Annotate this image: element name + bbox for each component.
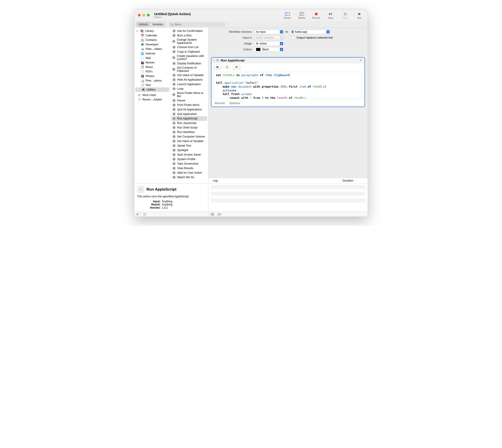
action-item[interactable]: Watch Me Do [171,175,208,179]
smart-folder-item[interactable]: ⚙︎Most Used [134,93,170,97]
log-col-duration[interactable]: Duration [341,178,368,183]
smart-folder-item[interactable]: ⏱Recen…Added [134,97,170,102]
action-item[interactable]: Copy to Clipboard [171,49,208,54]
list-view-button[interactable] [211,213,214,216]
run-script-button[interactable] [214,64,221,70]
step-toolbar-button[interactable]: Step [326,12,335,19]
in-app-select[interactable]: Safari.app [290,30,330,34]
action-label: Watch Me Do [177,176,194,179]
action-card-header[interactable]: ▾ Run AppleScript ✕ [211,58,364,63]
log-header: Log Duration [208,178,368,184]
action-item[interactable]: Choose from List [171,45,208,49]
image-select[interactable]: ⚙︎Action [254,41,284,46]
record-toolbar-button[interactable]: Record [312,12,321,19]
category-item[interactable]: 🖼Photos [134,74,170,78]
options-tab[interactable]: Options [229,102,240,105]
svg-rect-19 [218,213,221,214]
chevron-down-icon[interactable]: ▾ [213,59,214,62]
action-item[interactable]: Display Notification [171,61,208,66]
workflow-picker-button[interactable]: ◫ [143,212,146,216]
action-item[interactable]: Run Workflow [171,130,208,134]
action-item[interactable]: Take Screenshot [171,161,208,166]
action-label: Pause [177,99,185,102]
log-col-log[interactable]: Log [208,178,341,183]
segment-actions[interactable]: Actions [137,22,150,27]
segment-variables[interactable]: Variables [150,22,165,27]
action-item[interactable]: System Profile [171,157,208,161]
action-card-run-applescript[interactable]: ▾ Run AppleScript ✕ set theURLs to parag… [211,57,365,107]
action-item[interactable]: Change System Appearance [171,38,208,45]
category-list[interactable]: ▾ 📚 Library 📅Calendar📇Contacts🛠Developer… [134,28,171,183]
category-item[interactable]: ✉️Mail [134,56,170,60]
category-item[interactable]: 🛠Utilities [135,87,169,92]
action-item[interactable]: Ask for Confirmation [171,29,208,33]
action-item[interactable]: Hide All Applications [171,78,208,82]
results-tab[interactable]: Results [215,102,225,105]
media-toolbar-button[interactable]: Media [297,12,306,19]
action-label: View Results [177,167,193,170]
action-label: Run JavaScript [177,122,196,125]
action-item[interactable]: Burn a Disc [171,33,208,38]
stop-icon [343,12,348,16]
action-item[interactable]: Spotlight [171,148,208,152]
script-editor[interactable]: set theURLs to paragraphs of (the clipbo… [214,72,362,99]
search-input[interactable] [169,22,225,27]
category-item[interactable]: 🌐Internet [134,51,170,56]
action-item[interactable]: Start Screen Saver [171,152,208,157]
action-item[interactable]: Quit All Applications [171,107,208,112]
minimize-window-button[interactable] [142,14,145,16]
zoom-window-button[interactable] [147,14,150,16]
category-item[interactable]: 🎬Movies [134,60,170,65]
smart-folder-label: Most Used [142,94,156,97]
action-item[interactable]: Set Value of Variable [171,139,208,144]
action-item[interactable]: Loop [171,86,208,91]
category-label: Internet [146,52,155,55]
action-item[interactable]: Print Finder Items [171,103,208,107]
flow-view-button[interactable] [217,213,221,216]
action-item[interactable]: Create equations with LaTeXiT [171,54,208,61]
svg-rect-18 [212,215,214,215]
stop-toolbar-button[interactable]: Stop [341,12,350,19]
library-root[interactable]: ▾ 📚 Library [134,29,170,33]
workflow-canvas[interactable]: ▾ Run AppleScript ✕ set theURLs to parag… [208,55,368,178]
action-icon [172,73,176,77]
settings-popup-button[interactable]: ⊜ ˅ [136,212,141,216]
action-item[interactable]: Pause [171,98,208,103]
action-label: Start Screen Saver [177,153,201,156]
action-list[interactable]: Ask for ConfirmationBurn a DiscChange Sy… [171,28,208,183]
receives-select[interactable]: no input [254,30,284,34]
action-item[interactable]: View Results [171,166,208,171]
category-item[interactable]: 📄PDFs [134,69,170,74]
action-item[interactable]: Wait for User Action [171,171,208,175]
action-item[interactable]: Get Contents of Clipboard [171,66,208,73]
category-item[interactable]: 🗂Files…olders [134,47,170,51]
output-replaces-checkbox[interactable] [291,36,295,39]
category-item[interactable]: 📊Pres…ations [134,78,170,83]
colour-select[interactable]: Black [254,47,284,52]
category-item[interactable]: 📝Text [134,83,170,87]
action-icon [172,103,176,107]
action-item[interactable]: Launch Application [171,82,208,86]
action-item[interactable]: Move Finder Items to Bin [171,91,208,98]
action-item[interactable]: Speak Text [171,144,208,148]
close-window-button[interactable] [138,14,141,16]
toolbar-label: Run [357,16,362,19]
compile-script-button[interactable] [233,64,240,70]
action-item[interactable]: Run JavaScript [171,121,208,125]
action-label: Run Workflow [177,130,195,134]
action-item[interactable]: Get Value of Variable [171,73,208,78]
action-item[interactable]: Run AppleScript [171,116,207,121]
library-toolbar-button[interactable]: Library [283,12,292,19]
search-field[interactable]: 🔍 [169,22,225,27]
action-item[interactable]: Run Shell Script [171,125,208,130]
category-item[interactable]: 🎵Music [134,65,170,69]
category-item[interactable]: 🛠Developer [134,42,170,47]
category-item[interactable]: 📅Calendar [134,33,170,38]
action-item[interactable]: Set Computer Volume [171,134,208,139]
close-icon[interactable]: ✕ [359,59,363,62]
action-item[interactable]: Quit Application [171,112,208,116]
run-toolbar-button[interactable]: Run [355,12,364,19]
colour-chip [256,48,261,51]
action-icon [172,171,176,175]
category-item[interactable]: 📇Contacts [134,38,170,42]
